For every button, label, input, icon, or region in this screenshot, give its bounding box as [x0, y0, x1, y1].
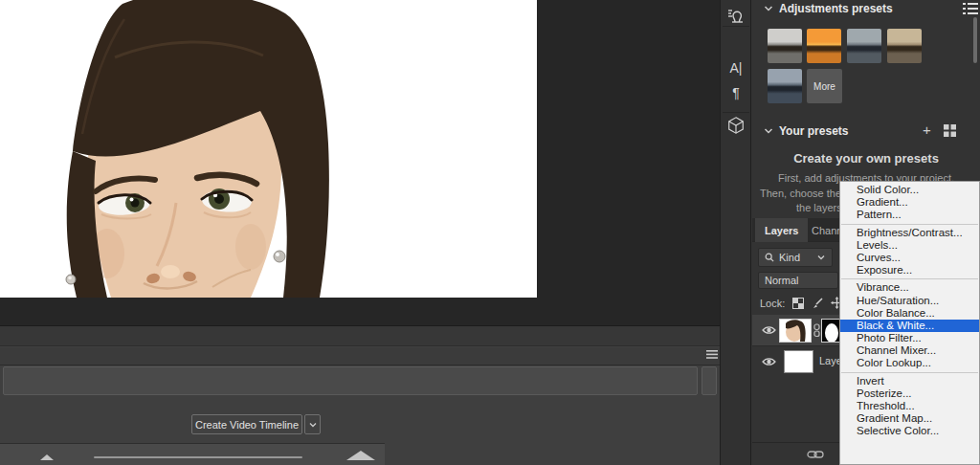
grid-view-icon[interactable] — [944, 124, 956, 137]
menu-item-curves[interactable]: Curves... — [840, 252, 979, 264]
menu-separator — [841, 224, 978, 225]
menu-item-gradient-map[interactable]: Gradient Map... — [840, 412, 979, 425]
lock-label: Lock: — [760, 298, 785, 309]
menu-item-levels[interactable]: Levels... — [840, 239, 979, 252]
canvas-pasteboard[interactable] — [0, 0, 720, 325]
menu-item-black-white[interactable]: Black & White... — [840, 320, 979, 332]
portrait-photo — [0, 0, 537, 298]
tab-layers-label: Layers — [765, 225, 798, 236]
chevron-down-icon — [764, 126, 773, 136]
menu-item-hue-saturation[interactable]: Hue/Saturation... — [840, 295, 979, 307]
create-presets-heading: Create your own presets — [752, 151, 980, 166]
blend-mode-value: Normal — [765, 275, 798, 286]
menu-item-brightness-contrast[interactable]: Brightness/Contrast... — [840, 227, 979, 239]
3d-cube-panel-icon[interactable] — [723, 113, 749, 138]
menu-item-color-lookup[interactable]: Color Lookup... — [840, 357, 979, 369]
menu-item-pattern[interactable]: Pattern... — [840, 209, 979, 221]
timeline-track-row-end — [702, 366, 717, 395]
photoshop-window: Create Video Timeline A| ¶ — [0, 0, 980, 465]
timeline-track-row[interactable] — [3, 366, 698, 395]
visibility-eye-icon[interactable] — [762, 325, 776, 335]
lock-row: Lock: — [760, 297, 843, 309]
create-video-timeline-button[interactable]: Create Video Timeline — [191, 414, 302, 434]
menu-item-selective-color[interactable]: Selective Color... — [840, 425, 979, 437]
presets-hint-line3: the layers — [796, 202, 842, 213]
chevron-down-icon — [308, 420, 318, 430]
lock-paint-brush-icon[interactable] — [812, 298, 823, 309]
menu-separator — [841, 278, 978, 279]
link-layers-icon[interactable] — [807, 450, 824, 459]
preset-dusk-blue-thumbnail[interactable] — [768, 69, 802, 103]
menu-item-vibrance[interactable]: Vibrance... — [840, 281, 979, 294]
new-adjustment-layer-menu: Solid Color...Gradient...Pattern...Brigh… — [839, 181, 980, 465]
menu-item-channel-mixer[interactable]: Channel Mixer... — [840, 344, 979, 357]
menu-item-exposure[interactable]: Exposure... — [840, 264, 979, 277]
chevron-down-icon — [764, 4, 773, 13]
search-icon — [765, 253, 774, 262]
menu-item-invert[interactable]: Invert — [840, 375, 979, 388]
timeline-zoom-slider[interactable] — [94, 456, 302, 458]
your-presets-header[interactable]: Your presets — [764, 124, 848, 138]
menu-item-color-balance[interactable]: Color Balance... — [840, 307, 979, 320]
preset-cool-gray-thumbnail[interactable] — [847, 29, 881, 63]
menu-separator — [841, 372, 978, 373]
timeline-zoom-in-icon[interactable] — [346, 451, 375, 460]
tab-layers[interactable]: Layers — [755, 218, 808, 242]
preset-orange-sunset-thumbnail[interactable] — [807, 29, 841, 63]
your-presets-title: Your presets — [779, 124, 848, 138]
mask-link-icon[interactable] — [813, 323, 820, 338]
layer-filter-kind-dropdown[interactable]: Kind — [758, 248, 833, 267]
visibility-eye-icon[interactable] — [762, 357, 776, 366]
timeline-panel-menu-icon[interactable] — [706, 350, 718, 359]
lock-transparency-icon[interactable] — [792, 298, 804, 309]
document-canvas[interactable] — [0, 0, 537, 298]
list-view-icon[interactable] — [963, 2, 978, 15]
timeline-control-bar — [0, 443, 385, 465]
adjustments-presets-header[interactable]: Adjustments presets — [764, 2, 893, 15]
blend-mode-dropdown[interactable]: Normal — [758, 272, 838, 289]
adjustments-presets-title: Adjustments presets — [779, 2, 893, 15]
presets-hint-line2: Then, choose the — [760, 188, 841, 199]
menu-item-solid-color[interactable]: Solid Color... — [840, 184, 979, 196]
clone-source-panel-icon[interactable] — [723, 4, 749, 29]
menu-item-gradient[interactable]: Gradient... — [840, 196, 979, 209]
filter-kind-label: Kind — [779, 252, 800, 263]
layer2-thumbnail[interactable] — [784, 350, 813, 373]
preset-sepia-thumbnail[interactable] — [887, 29, 922, 63]
character-panel-icon[interactable]: A| — [723, 55, 749, 80]
menu-item-threshold[interactable]: Threshold... — [840, 400, 979, 412]
presets-scrollbar[interactable] — [973, 17, 977, 63]
timeline-subheader-bar — [0, 347, 720, 365]
menu-item-photo-filter[interactable]: Photo Filter... — [840, 332, 979, 344]
menu-item-posterize[interactable]: Posterize... — [840, 388, 979, 400]
collapsed-panels-strip: A| ¶ — [720, 0, 751, 465]
create-video-timeline-dropdown[interactable] — [304, 414, 321, 434]
paragraph-panel-icon[interactable]: ¶ — [723, 80, 749, 105]
more-presets-button[interactable]: More — [807, 69, 842, 103]
timeline-zoom-out-icon[interactable] — [40, 454, 54, 460]
chevron-down-icon — [816, 253, 826, 262]
timeline-header-bar — [0, 326, 720, 346]
layer1-thumbnail[interactable] — [779, 319, 812, 343]
preset-neutral-thumbnail[interactable] — [768, 29, 802, 63]
add-preset-icon[interactable]: + — [923, 123, 931, 137]
